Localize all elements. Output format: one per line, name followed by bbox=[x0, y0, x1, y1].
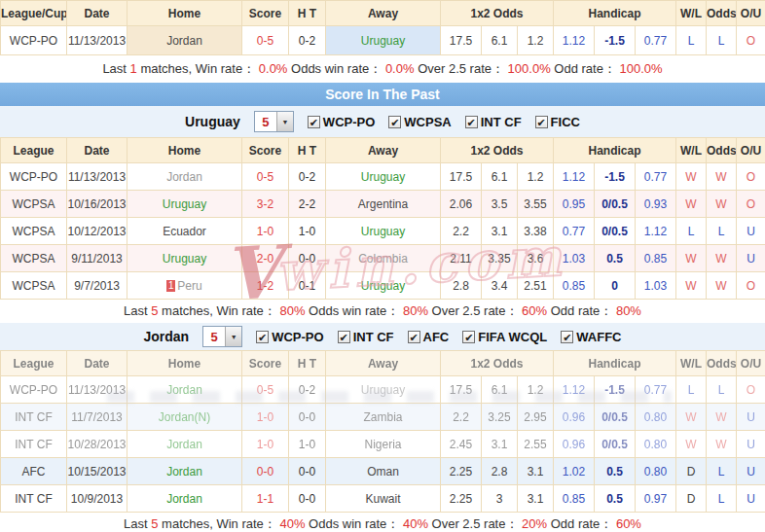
cell-o2: 3.1 bbox=[518, 485, 554, 513]
jordan-matches-table: LeagueDateHomeScoreH TAway1x2 OddsHandic… bbox=[0, 350, 765, 513]
league-filter-ficc[interactable]: ✔FICC bbox=[535, 115, 580, 129]
column-header: Away bbox=[326, 351, 441, 376]
cell-h0: 1.12 bbox=[554, 163, 595, 191]
column-header: Handicap bbox=[554, 351, 676, 376]
cell-o1: 3.1 bbox=[482, 431, 518, 458]
cell-odds: L bbox=[707, 485, 737, 513]
match-count-value: 5 bbox=[255, 115, 276, 129]
cell-h0: 0.96 bbox=[554, 431, 595, 458]
table-row: INT CF10/28/2013Jordan1-01-0Nigeria2.453… bbox=[1, 431, 765, 458]
cell-o0: 2.45 bbox=[441, 431, 482, 458]
cell-wl: W bbox=[676, 191, 707, 218]
cell-away: Uruguay bbox=[326, 272, 441, 300]
cell-away: Argentina bbox=[326, 191, 441, 218]
checkbox-label: WCPSA bbox=[404, 115, 451, 129]
cell-o2: 3.55 bbox=[518, 191, 554, 218]
uruguay-stats-line: Last 5 matches, Win rate： 80% Odds win r… bbox=[0, 300, 765, 323]
cell-h0: 0.95 bbox=[554, 191, 595, 218]
cell-h1: -1.5 bbox=[595, 376, 636, 404]
stat-value: 80% bbox=[279, 303, 305, 318]
stat-value: 60% bbox=[616, 516, 641, 531]
chevron-down-icon[interactable]: ▼ bbox=[225, 327, 241, 346]
cell-ht: 0-0 bbox=[289, 458, 326, 485]
table-row: AFC10/15/2013Jordan0-00-0Oman2.252.83.11… bbox=[1, 458, 765, 485]
cell-home: Jordan bbox=[128, 376, 242, 404]
cell-ou: O bbox=[737, 26, 765, 55]
cell-o2: 1.2 bbox=[518, 376, 554, 404]
cell-o0: 17.5 bbox=[441, 376, 482, 404]
cell-league: AFC bbox=[1, 458, 67, 485]
league-filter-wcp-po[interactable]: ✔WCP-PO bbox=[308, 115, 375, 129]
cell-ou: U bbox=[737, 458, 765, 485]
column-header: O/U bbox=[737, 1, 765, 26]
cell-ht: 0-0 bbox=[289, 404, 326, 431]
checkbox-label: INT CF bbox=[353, 330, 394, 344]
league-filter-wcpsa[interactable]: ✔WCPSA bbox=[388, 115, 451, 129]
cell-o1: 6.1 bbox=[482, 376, 518, 404]
cell-h0: 0.96 bbox=[554, 404, 595, 431]
column-header: League bbox=[1, 351, 67, 376]
cell-home: Uruguay bbox=[128, 245, 242, 272]
cell-odds: L bbox=[707, 218, 737, 245]
checkbox-checked-icon[interactable]: ✔ bbox=[408, 331, 420, 343]
cell-wl: D bbox=[676, 485, 707, 513]
checkbox-checked-icon[interactable]: ✔ bbox=[308, 116, 320, 128]
uruguay-match-count-select[interactable]: 5 ▼ bbox=[254, 111, 294, 132]
checkbox-checked-icon[interactable]: ✔ bbox=[465, 116, 478, 128]
stat-value: 0.0% bbox=[259, 61, 288, 76]
cell-ht: 1-0 bbox=[289, 431, 326, 458]
section-banner: Score In The Past bbox=[0, 83, 765, 106]
team-name: Jordan bbox=[166, 492, 202, 506]
checkbox-label: WCP-PO bbox=[272, 330, 323, 344]
cell-away: Kuwait bbox=[326, 485, 441, 513]
checkbox-checked-icon[interactable]: ✔ bbox=[256, 331, 269, 343]
column-header: H T bbox=[289, 1, 326, 26]
league-filter-int-cf[interactable]: ✔INT CF bbox=[465, 115, 522, 129]
team-name: Uruguay bbox=[163, 197, 206, 211]
cell-h2: 1.03 bbox=[636, 272, 676, 300]
cell-ou: O bbox=[737, 191, 765, 218]
stat-value: 100.0% bbox=[508, 61, 551, 76]
checkbox-label: WCP-PO bbox=[323, 115, 375, 129]
stat-label: Odd rate： bbox=[547, 516, 616, 531]
checkbox-checked-icon[interactable]: ✔ bbox=[561, 331, 573, 343]
league-filter-fifa-wcql[interactable]: ✔FIFA WCQL bbox=[462, 330, 547, 344]
cell-score: 1-1 bbox=[242, 485, 289, 513]
team-name: Uruguay bbox=[361, 383, 405, 397]
checkbox-checked-icon[interactable]: ✔ bbox=[388, 116, 401, 128]
column-header: League bbox=[1, 138, 67, 163]
cell-home: Jordan bbox=[128, 163, 242, 191]
cell-league: WCPSA bbox=[1, 191, 67, 218]
cell-ht: 0-0 bbox=[289, 245, 326, 272]
cell-odds: W bbox=[707, 245, 737, 272]
league-filter-afc[interactable]: ✔AFC bbox=[408, 330, 450, 344]
stat-value: 80% bbox=[616, 303, 641, 318]
cell-ht: 1-0 bbox=[289, 218, 326, 245]
checkbox-checked-icon[interactable]: ✔ bbox=[338, 331, 350, 343]
column-header: Home bbox=[128, 351, 242, 376]
cell-h0: 1.12 bbox=[554, 376, 595, 404]
column-header: Handicap bbox=[554, 138, 676, 163]
cell-o0: 17.5 bbox=[441, 163, 482, 191]
cell-o0: 17.5 bbox=[441, 26, 482, 55]
cell-o0: 2.8 bbox=[441, 272, 482, 300]
league-filter-wcp-po[interactable]: ✔WCP-PO bbox=[256, 330, 323, 344]
uruguay-filter-bar: Uruguay 5 ▼ ✔WCP-PO✔WCPSA✔INT CF✔FICC bbox=[0, 106, 765, 137]
cell-score: 0-0 bbox=[242, 458, 289, 485]
cell-odds: L bbox=[707, 26, 737, 55]
head-to-head-table: League/CupDateHomeScoreH TAway1x2 OddsHa… bbox=[0, 0, 765, 55]
checkbox-checked-icon[interactable]: ✔ bbox=[462, 331, 475, 343]
chevron-down-icon[interactable]: ▼ bbox=[276, 112, 293, 131]
league-filter-waffc[interactable]: ✔WAFFC bbox=[561, 330, 621, 344]
league-filter-int-cf[interactable]: ✔INT CF bbox=[338, 330, 394, 344]
checkbox-checked-icon[interactable]: ✔ bbox=[535, 116, 548, 128]
column-header: Odds bbox=[707, 351, 737, 376]
cell-h2: 0.77 bbox=[636, 163, 676, 191]
stat-value: 20% bbox=[522, 516, 547, 531]
cell-h0: 0.77 bbox=[554, 218, 595, 245]
stat-value: 1 bbox=[130, 61, 137, 76]
checkbox-label: FICC bbox=[551, 115, 580, 129]
jordan-match-count-select[interactable]: 5 ▼ bbox=[202, 326, 242, 347]
column-header: W/L bbox=[676, 1, 707, 26]
cell-ht: 0-2 bbox=[289, 163, 326, 191]
